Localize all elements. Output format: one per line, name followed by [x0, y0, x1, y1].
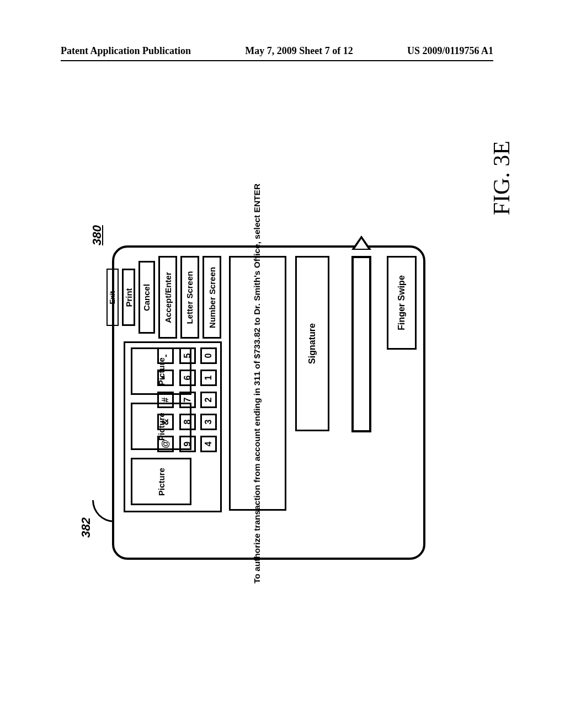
- picture-box-3[interactable]: Picture: [131, 458, 191, 505]
- stylus-icon: [351, 256, 371, 432]
- key-1[interactable]: 1: [200, 370, 217, 386]
- print-button[interactable]: Print: [122, 269, 135, 326]
- letter-screen-button[interactable]: Letter Screen: [180, 256, 199, 339]
- ref-380: 380: [90, 225, 104, 245]
- exit-button[interactable]: Exit: [106, 269, 119, 326]
- finger-swipe-box[interactable]: Finger Swipe: [387, 256, 417, 350]
- signature-box[interactable]: Signature: [295, 256, 329, 431]
- keypad: 0 5 - 1 6 * 2 7 # 3 8 & 4 9 @ Picture Pi…: [124, 341, 222, 512]
- device-frame: Signature To authorize transaction from …: [112, 245, 425, 560]
- ref-382: 382: [79, 517, 93, 538]
- header-center: May 7, 2009 Sheet 7 of 12: [245, 45, 353, 57]
- picture-box-2[interactable]: Picture: [131, 403, 191, 450]
- header-left: Patent Application Publication: [61, 45, 191, 57]
- message-text: To authorize transaction from account en…: [252, 183, 264, 583]
- figure-label: FIG. 3E: [488, 141, 515, 215]
- stylus-tip-icon: [351, 235, 371, 250]
- figure-area: FIG. 3E 380 382 Signature To authorize t…: [86, 141, 472, 593]
- key-4[interactable]: 4: [200, 436, 217, 452]
- key-0[interactable]: 0: [200, 347, 217, 364]
- number-screen-button[interactable]: Number Screen: [202, 256, 221, 339]
- key-2[interactable]: 2: [200, 392, 217, 408]
- key-3[interactable]: 3: [200, 414, 217, 430]
- cancel-button[interactable]: Cancel: [138, 261, 155, 334]
- accept-enter-button[interactable]: Accept/Enter: [158, 256, 177, 339]
- leader-line: [92, 500, 114, 522]
- picture-box-1[interactable]: Picture: [131, 347, 191, 395]
- page-header: Patent Application Publication May 7, 20…: [61, 45, 493, 61]
- message-box: To authorize transaction from account en…: [229, 256, 286, 511]
- signature-label: Signature: [307, 323, 317, 364]
- header-right: US 2009/0119756 A1: [407, 45, 493, 57]
- finger-swipe-label: Finger Swipe: [397, 275, 407, 330]
